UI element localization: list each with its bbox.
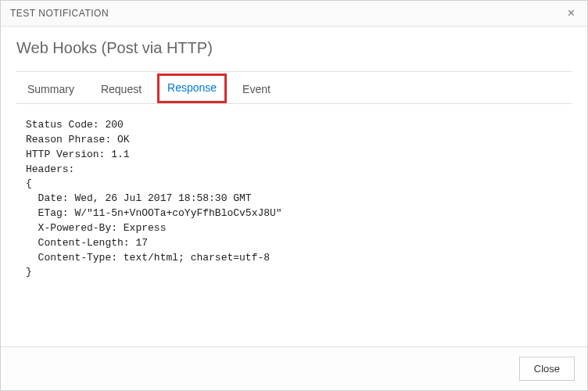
dialog: TEST NOTIFICATION × Web Hooks (Post via … — [0, 0, 588, 391]
tabs-top-border — [16, 71, 572, 72]
close-icon[interactable]: × — [565, 7, 578, 20]
dialog-content: Web Hooks (Post via HTTP) Summary Reques… — [1, 27, 587, 346]
tabs: Summary Request Response Event — [16, 74, 572, 104]
tab-event[interactable]: Event — [231, 74, 281, 103]
page-title: Web Hooks (Post via HTTP) — [16, 39, 572, 57]
response-body: Status Code: 200 Reason Phrase: OK HTTP … — [16, 104, 572, 346]
tab-request[interactable]: Request — [90, 74, 152, 103]
tab-response[interactable]: Response — [157, 74, 227, 103]
close-button[interactable]: Close — [519, 357, 575, 381]
dialog-title: TEST NOTIFICATION — [10, 8, 109, 19]
dialog-footer: Close — [1, 346, 587, 390]
tab-summary[interactable]: Summary — [16, 74, 85, 103]
titlebar: TEST NOTIFICATION × — [1, 1, 587, 27]
